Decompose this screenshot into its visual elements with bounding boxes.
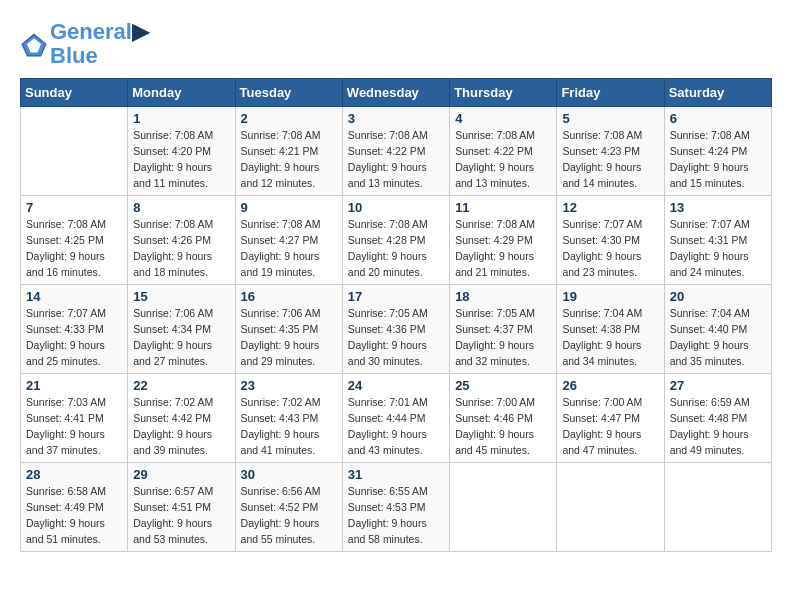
day-number: 25 bbox=[455, 378, 551, 393]
calendar-cell: 25Sunrise: 7:00 AMSunset: 4:46 PMDayligh… bbox=[450, 374, 557, 463]
day-info: Sunrise: 7:00 AMSunset: 4:47 PMDaylight:… bbox=[562, 395, 658, 458]
calendar-week-row: 14Sunrise: 7:07 AMSunset: 4:33 PMDayligh… bbox=[21, 285, 772, 374]
calendar-cell: 27Sunrise: 6:59 AMSunset: 4:48 PMDayligh… bbox=[664, 374, 771, 463]
day-info: Sunrise: 7:08 AMSunset: 4:25 PMDaylight:… bbox=[26, 217, 122, 280]
day-info: Sunrise: 7:06 AMSunset: 4:35 PMDaylight:… bbox=[241, 306, 337, 369]
day-number: 3 bbox=[348, 111, 444, 126]
day-number: 6 bbox=[670, 111, 766, 126]
logo-text: General▶Blue bbox=[50, 20, 149, 68]
day-info: Sunrise: 7:08 AMSunset: 4:22 PMDaylight:… bbox=[348, 128, 444, 191]
calendar-cell: 31Sunrise: 6:55 AMSunset: 4:53 PMDayligh… bbox=[342, 463, 449, 552]
day-info: Sunrise: 7:03 AMSunset: 4:41 PMDaylight:… bbox=[26, 395, 122, 458]
day-number: 20 bbox=[670, 289, 766, 304]
day-number: 13 bbox=[670, 200, 766, 215]
calendar-table: SundayMondayTuesdayWednesdayThursdayFrid… bbox=[20, 78, 772, 552]
day-number: 4 bbox=[455, 111, 551, 126]
day-number: 9 bbox=[241, 200, 337, 215]
day-number: 29 bbox=[133, 467, 229, 482]
logo: General▶Blue bbox=[20, 20, 149, 68]
weekday-header: Sunday bbox=[21, 79, 128, 107]
calendar-cell: 9Sunrise: 7:08 AMSunset: 4:27 PMDaylight… bbox=[235, 196, 342, 285]
calendar-cell: 20Sunrise: 7:04 AMSunset: 4:40 PMDayligh… bbox=[664, 285, 771, 374]
day-number: 8 bbox=[133, 200, 229, 215]
calendar-cell: 22Sunrise: 7:02 AMSunset: 4:42 PMDayligh… bbox=[128, 374, 235, 463]
day-info: Sunrise: 7:08 AMSunset: 4:26 PMDaylight:… bbox=[133, 217, 229, 280]
calendar-cell: 30Sunrise: 6:56 AMSunset: 4:52 PMDayligh… bbox=[235, 463, 342, 552]
calendar-cell bbox=[557, 463, 664, 552]
day-number: 5 bbox=[562, 111, 658, 126]
day-info: Sunrise: 7:05 AMSunset: 4:37 PMDaylight:… bbox=[455, 306, 551, 369]
weekday-header-row: SundayMondayTuesdayWednesdayThursdayFrid… bbox=[21, 79, 772, 107]
calendar-cell: 6Sunrise: 7:08 AMSunset: 4:24 PMDaylight… bbox=[664, 107, 771, 196]
day-info: Sunrise: 6:58 AMSunset: 4:49 PMDaylight:… bbox=[26, 484, 122, 547]
day-number: 30 bbox=[241, 467, 337, 482]
calendar-week-row: 1Sunrise: 7:08 AMSunset: 4:20 PMDaylight… bbox=[21, 107, 772, 196]
day-info: Sunrise: 7:07 AMSunset: 4:30 PMDaylight:… bbox=[562, 217, 658, 280]
day-info: Sunrise: 7:05 AMSunset: 4:36 PMDaylight:… bbox=[348, 306, 444, 369]
calendar-cell: 21Sunrise: 7:03 AMSunset: 4:41 PMDayligh… bbox=[21, 374, 128, 463]
day-number: 23 bbox=[241, 378, 337, 393]
day-number: 24 bbox=[348, 378, 444, 393]
calendar-cell: 5Sunrise: 7:08 AMSunset: 4:23 PMDaylight… bbox=[557, 107, 664, 196]
day-number: 17 bbox=[348, 289, 444, 304]
day-number: 10 bbox=[348, 200, 444, 215]
calendar-cell bbox=[21, 107, 128, 196]
day-number: 26 bbox=[562, 378, 658, 393]
calendar-cell: 23Sunrise: 7:02 AMSunset: 4:43 PMDayligh… bbox=[235, 374, 342, 463]
day-info: Sunrise: 7:08 AMSunset: 4:24 PMDaylight:… bbox=[670, 128, 766, 191]
day-info: Sunrise: 7:02 AMSunset: 4:42 PMDaylight:… bbox=[133, 395, 229, 458]
weekday-header: Thursday bbox=[450, 79, 557, 107]
day-number: 7 bbox=[26, 200, 122, 215]
weekday-header: Monday bbox=[128, 79, 235, 107]
day-number: 11 bbox=[455, 200, 551, 215]
day-info: Sunrise: 7:08 AMSunset: 4:21 PMDaylight:… bbox=[241, 128, 337, 191]
day-info: Sunrise: 7:00 AMSunset: 4:46 PMDaylight:… bbox=[455, 395, 551, 458]
calendar-cell: 11Sunrise: 7:08 AMSunset: 4:29 PMDayligh… bbox=[450, 196, 557, 285]
day-info: Sunrise: 7:02 AMSunset: 4:43 PMDaylight:… bbox=[241, 395, 337, 458]
calendar-week-row: 7Sunrise: 7:08 AMSunset: 4:25 PMDaylight… bbox=[21, 196, 772, 285]
day-info: Sunrise: 7:08 AMSunset: 4:28 PMDaylight:… bbox=[348, 217, 444, 280]
day-info: Sunrise: 6:57 AMSunset: 4:51 PMDaylight:… bbox=[133, 484, 229, 547]
weekday-header: Wednesday bbox=[342, 79, 449, 107]
calendar-cell: 12Sunrise: 7:07 AMSunset: 4:30 PMDayligh… bbox=[557, 196, 664, 285]
weekday-header: Tuesday bbox=[235, 79, 342, 107]
calendar-cell: 1Sunrise: 7:08 AMSunset: 4:20 PMDaylight… bbox=[128, 107, 235, 196]
day-number: 12 bbox=[562, 200, 658, 215]
day-info: Sunrise: 7:04 AMSunset: 4:40 PMDaylight:… bbox=[670, 306, 766, 369]
calendar-cell: 15Sunrise: 7:06 AMSunset: 4:34 PMDayligh… bbox=[128, 285, 235, 374]
day-info: Sunrise: 7:07 AMSunset: 4:33 PMDaylight:… bbox=[26, 306, 122, 369]
calendar-cell: 7Sunrise: 7:08 AMSunset: 4:25 PMDaylight… bbox=[21, 196, 128, 285]
calendar-cell: 24Sunrise: 7:01 AMSunset: 4:44 PMDayligh… bbox=[342, 374, 449, 463]
calendar-cell: 19Sunrise: 7:04 AMSunset: 4:38 PMDayligh… bbox=[557, 285, 664, 374]
calendar-week-row: 28Sunrise: 6:58 AMSunset: 4:49 PMDayligh… bbox=[21, 463, 772, 552]
day-info: Sunrise: 7:08 AMSunset: 4:29 PMDaylight:… bbox=[455, 217, 551, 280]
weekday-header: Saturday bbox=[664, 79, 771, 107]
day-info: Sunrise: 6:59 AMSunset: 4:48 PMDaylight:… bbox=[670, 395, 766, 458]
calendar-cell bbox=[450, 463, 557, 552]
calendar-cell: 16Sunrise: 7:06 AMSunset: 4:35 PMDayligh… bbox=[235, 285, 342, 374]
day-number: 19 bbox=[562, 289, 658, 304]
calendar-cell: 13Sunrise: 7:07 AMSunset: 4:31 PMDayligh… bbox=[664, 196, 771, 285]
day-info: Sunrise: 6:56 AMSunset: 4:52 PMDaylight:… bbox=[241, 484, 337, 547]
day-number: 27 bbox=[670, 378, 766, 393]
calendar-cell: 10Sunrise: 7:08 AMSunset: 4:28 PMDayligh… bbox=[342, 196, 449, 285]
calendar-cell: 29Sunrise: 6:57 AMSunset: 4:51 PMDayligh… bbox=[128, 463, 235, 552]
calendar-cell: 28Sunrise: 6:58 AMSunset: 4:49 PMDayligh… bbox=[21, 463, 128, 552]
calendar-cell: 18Sunrise: 7:05 AMSunset: 4:37 PMDayligh… bbox=[450, 285, 557, 374]
day-info: Sunrise: 6:55 AMSunset: 4:53 PMDaylight:… bbox=[348, 484, 444, 547]
day-info: Sunrise: 7:01 AMSunset: 4:44 PMDaylight:… bbox=[348, 395, 444, 458]
calendar-cell: 4Sunrise: 7:08 AMSunset: 4:22 PMDaylight… bbox=[450, 107, 557, 196]
page-header: General▶Blue bbox=[20, 20, 772, 68]
day-number: 22 bbox=[133, 378, 229, 393]
day-info: Sunrise: 7:08 AMSunset: 4:27 PMDaylight:… bbox=[241, 217, 337, 280]
calendar-cell: 26Sunrise: 7:00 AMSunset: 4:47 PMDayligh… bbox=[557, 374, 664, 463]
calendar-cell: 14Sunrise: 7:07 AMSunset: 4:33 PMDayligh… bbox=[21, 285, 128, 374]
day-info: Sunrise: 7:04 AMSunset: 4:38 PMDaylight:… bbox=[562, 306, 658, 369]
calendar-cell: 2Sunrise: 7:08 AMSunset: 4:21 PMDaylight… bbox=[235, 107, 342, 196]
day-number: 31 bbox=[348, 467, 444, 482]
calendar-cell bbox=[664, 463, 771, 552]
day-info: Sunrise: 7:08 AMSunset: 4:20 PMDaylight:… bbox=[133, 128, 229, 191]
weekday-header: Friday bbox=[557, 79, 664, 107]
day-info: Sunrise: 7:06 AMSunset: 4:34 PMDaylight:… bbox=[133, 306, 229, 369]
day-number: 16 bbox=[241, 289, 337, 304]
